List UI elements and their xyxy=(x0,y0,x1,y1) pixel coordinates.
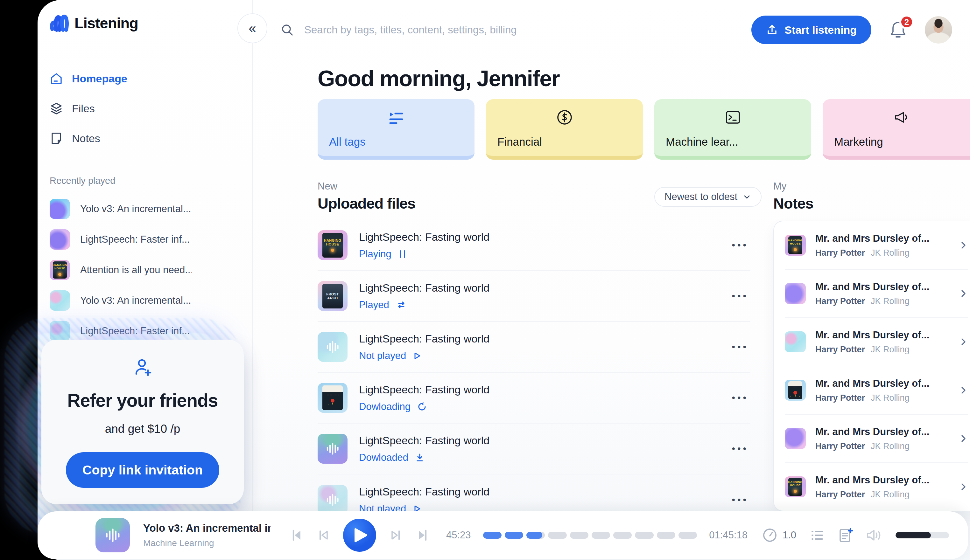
app-logo: Listening xyxy=(50,13,252,32)
start-listening-button[interactable]: Start listening xyxy=(751,16,871,44)
row-menu-button[interactable]: ••• xyxy=(732,291,751,302)
progress-bar[interactable] xyxy=(483,532,697,539)
uploaded-files-list: HANGING HOUSE LightSpeech: Fasting world… xyxy=(318,220,751,525)
terminal-icon xyxy=(666,109,800,126)
skip-back-icon[interactable] xyxy=(289,528,304,543)
file-row[interactable]: HOBBIT LightSpeech: Fasting world Dowloa… xyxy=(318,373,751,423)
file-row[interactable]: LightSpeech: Fasting world Not played ••… xyxy=(318,322,751,373)
file-status[interactable]: Dowloaded xyxy=(359,452,490,463)
chevron-right-icon xyxy=(958,482,968,492)
avatar[interactable] xyxy=(925,16,952,43)
progress-segment[interactable] xyxy=(592,532,610,539)
file-status[interactable]: Played xyxy=(359,299,490,311)
file-title: LightSpeech: Fasting world xyxy=(359,333,490,345)
sidebar-item-files[interactable]: Files xyxy=(50,102,252,115)
file-status[interactable]: Playing xyxy=(359,248,490,260)
recently-played-header: Recently played xyxy=(50,175,252,186)
playback-speed-value: 1.0 xyxy=(783,530,796,541)
upload-icon xyxy=(766,24,778,36)
recent-item[interactable]: LightSpeech: Faster inf... xyxy=(50,229,252,250)
note-row[interactable]: HANGING HOUSE Mr. and Mrs Dursley of... … xyxy=(774,463,970,511)
tag-card-all-tags[interactable]: All tags xyxy=(318,99,475,160)
file-row[interactable]: LightSpeech: Fasting world Dowloaded ••• xyxy=(318,423,751,475)
search-input[interactable] xyxy=(304,23,590,36)
row-menu-button[interactable]: ••• xyxy=(732,443,751,454)
notifications-button[interactable]: 2 xyxy=(886,17,910,43)
row-menu-button[interactable]: ••• xyxy=(732,342,751,352)
file-status[interactable]: Dowloading xyxy=(359,401,490,412)
progress-segment[interactable] xyxy=(483,532,502,539)
progress-segment[interactable] xyxy=(570,532,589,539)
volume-icon[interactable] xyxy=(866,528,883,543)
note-row[interactable]: HANGING HOUSE Mr. and Mrs Dursley of... … xyxy=(774,221,970,269)
book-cover-thumbnail: HANGING HOUSE xyxy=(50,260,70,280)
progress-segment[interactable] xyxy=(679,532,697,539)
note-author: JK Rolling xyxy=(871,490,910,500)
tag-card-financial[interactable]: Financial xyxy=(486,99,643,160)
tag-card-machine-learning[interactable]: Machine lear... xyxy=(654,99,811,160)
speed-gauge-icon xyxy=(761,527,778,543)
track-thumbnail xyxy=(50,290,70,311)
sidebar-collapse-button[interactable]: « xyxy=(237,13,267,43)
chevron-right-icon xyxy=(958,240,968,250)
waveform-thumbnail xyxy=(318,485,348,515)
note-thumbnail xyxy=(785,332,806,352)
sort-label: Newest to oldest xyxy=(664,191,738,203)
progress-segment[interactable] xyxy=(613,532,632,539)
playback-speed-control[interactable]: 1.0 xyxy=(761,527,796,543)
note-row[interactable]: Mr. and Mrs Dursley of... Harry PotterJK… xyxy=(774,318,970,366)
recent-item[interactable]: Yolo v3: An incremental... xyxy=(50,290,252,311)
add-note-icon[interactable] xyxy=(838,527,853,543)
progress-segment[interactable] xyxy=(635,532,653,539)
spinner-icon xyxy=(418,402,426,411)
home-icon xyxy=(50,72,63,85)
note-title: Mr. and Mrs Dursley of... xyxy=(815,426,929,438)
tag-card-marketing[interactable]: Marketing xyxy=(823,99,970,160)
tag-label: All tags xyxy=(329,135,463,148)
recent-item[interactable]: HANGING HOUSE Attention is all you need.… xyxy=(50,260,252,280)
volume-slider[interactable] xyxy=(896,532,949,538)
progress-segment[interactable] xyxy=(526,532,545,539)
now-playing-title: Yolo v3: An incremental im... xyxy=(143,522,271,534)
waveform-thumbnail xyxy=(318,332,348,362)
sidebar-item-notes[interactable]: Notes xyxy=(50,132,252,145)
note-row[interactable]: Mr. and Mrs Dursley of... Harry PotterJK… xyxy=(774,270,970,317)
row-menu-button[interactable]: ••• xyxy=(732,240,751,251)
player-right-controls: 1.0 xyxy=(761,527,949,543)
progress-segment[interactable] xyxy=(505,532,523,539)
progress-segment[interactable] xyxy=(548,532,567,539)
file-status[interactable]: Not played xyxy=(359,350,490,362)
section-kicker: New xyxy=(318,181,415,192)
now-playing-category: Machine Learning xyxy=(143,538,271,548)
sidebar-item-homepage[interactable]: Homepage xyxy=(50,72,252,85)
start-listening-label: Start listening xyxy=(784,24,857,36)
note-row[interactable]: Mr. and Mrs Dursley of... Harry PotterJK… xyxy=(774,415,970,462)
search-icon xyxy=(280,23,295,37)
section-title: Notes xyxy=(773,195,813,212)
tag-label: Marketing xyxy=(834,135,968,148)
recent-item[interactable]: Yolo v3: An incremental... xyxy=(50,199,252,219)
row-menu-button[interactable]: ••• xyxy=(732,495,751,505)
note-book: Harry Potter xyxy=(815,442,865,451)
note-row[interactable]: HOBBIT Mr. and Mrs Dursley of... Harry P… xyxy=(774,366,970,414)
elapsed-time: 45:23 xyxy=(446,530,471,541)
progress-segment[interactable] xyxy=(657,532,675,539)
next-icon[interactable] xyxy=(389,528,402,542)
chevron-down-icon xyxy=(743,192,751,201)
logo-text: Listening xyxy=(74,14,138,32)
note-title: Mr. and Mrs Dursley of... xyxy=(815,378,929,389)
dollar-circle-icon xyxy=(497,109,631,126)
sort-dropdown[interactable]: Newest to oldest xyxy=(654,187,761,207)
copy-link-button[interactable]: Copy link invitation xyxy=(66,452,219,488)
row-menu-button[interactable]: ••• xyxy=(732,392,751,403)
queue-icon[interactable] xyxy=(809,527,825,543)
user-plus-icon xyxy=(131,356,154,379)
play-button[interactable] xyxy=(343,519,376,552)
note-author: JK Rolling xyxy=(871,297,910,306)
skip-forward-icon[interactable] xyxy=(415,528,430,543)
file-row[interactable]: HANGING HOUSE LightSpeech: Fasting world… xyxy=(318,220,751,271)
file-row[interactable]: FROST ARCH LightSpeech: Fasting world Pl… xyxy=(318,271,751,322)
note-title: Mr. and Mrs Dursley of... xyxy=(815,233,929,244)
sidebar-item-label: Notes xyxy=(72,132,100,145)
previous-icon[interactable] xyxy=(317,528,330,542)
